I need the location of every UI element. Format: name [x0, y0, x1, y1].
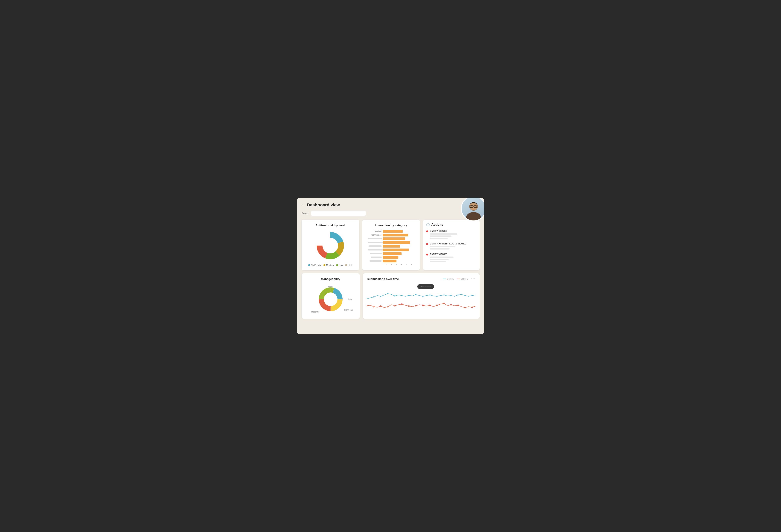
bar-row — [368, 256, 414, 259]
page-title: Dashboard view — [307, 203, 340, 208]
svg-point-40 — [394, 305, 395, 306]
activity-line — [430, 246, 455, 248]
bar-chart: MeetingConference012345 — [366, 230, 416, 266]
submissions-legend: Series 1 Series 2 — [443, 278, 468, 280]
antitrust-legend: No Priority Medium Low High — [305, 264, 355, 266]
bar-row: Meeting — [368, 230, 414, 233]
submissions-card: Submissions over time Series 1 Series 2 … — [363, 273, 480, 319]
activity-panel: 🕐 Activity ENTITY VIEWEDENTITY ACTIVITY … — [423, 220, 480, 270]
activity-line — [430, 237, 448, 239]
svg-point-24 — [394, 295, 395, 297]
more-options-button[interactable]: ••• — [471, 277, 476, 281]
svg-point-43 — [415, 305, 416, 306]
svg-point-50 — [464, 307, 465, 308]
legend-high: High — [345, 264, 352, 266]
svg-point-25 — [401, 295, 402, 296]
select-row: Select: — [301, 211, 480, 216]
bar-row — [368, 249, 414, 251]
svg-point-10 — [323, 238, 338, 253]
activity-content: ENTITY VIEWED — [430, 230, 477, 239]
svg-point-21 — [373, 296, 374, 298]
svg-point-37 — [373, 306, 374, 307]
activity-event-label: ENTITY ACTIVITY LOG IS VIEWED — [430, 242, 477, 245]
activity-item: ENTITY VIEWED — [426, 230, 477, 239]
select-label: Select: — [301, 212, 310, 215]
svg-point-22 — [380, 296, 381, 297]
svg-point-28 — [422, 296, 423, 297]
svg-point-15 — [324, 293, 337, 306]
antitrust-title: Antitrust risk by level — [305, 224, 355, 227]
svg-point-51 — [471, 307, 472, 308]
activity-event-label: ENTITY VIEWED — [430, 253, 477, 255]
chart-tooltip: ● ———— — [417, 284, 434, 289]
avatar — [461, 198, 484, 221]
bar-row — [368, 241, 414, 244]
svg-point-1 — [466, 212, 481, 220]
avatar-image — [462, 198, 484, 220]
line-chart-area: ● ———— — [367, 282, 476, 314]
activity-dot — [426, 243, 428, 245]
svg-point-32 — [451, 295, 452, 296]
svg-point-31 — [444, 295, 445, 296]
manageability-title: Manageability — [305, 277, 356, 280]
svg-point-42 — [408, 306, 409, 307]
svg-point-49 — [458, 305, 458, 306]
activity-dot — [426, 230, 428, 232]
bar-row — [368, 260, 414, 262]
submissions-header: Submissions over time Series 1 Series 2 … — [367, 277, 476, 281]
activity-line — [430, 259, 449, 260]
svg-point-35 — [471, 295, 472, 296]
interaction-title: Interaction by category — [366, 224, 416, 227]
svg-point-36 — [367, 305, 367, 306]
manageability-chart: Minor Low Moderate Significant — [305, 284, 356, 315]
activity-clock-icon: 🕐 — [426, 223, 430, 226]
legend-no-priority: No Priority — [308, 264, 321, 266]
activity-title: Activity — [431, 223, 443, 227]
submissions-title: Submissions over time — [367, 277, 399, 280]
tooltip-content: ● ———— — [417, 284, 434, 289]
bottom-grid: Manageability Minor Low Moderate Signifi… — [301, 273, 480, 319]
manageability-card: Manageability Minor Low Moderate Signifi… — [301, 273, 360, 319]
header-left: ← Dashboard view — [301, 203, 340, 208]
svg-point-29 — [429, 295, 430, 296]
svg-point-41 — [401, 304, 402, 305]
select-input[interactable] — [311, 211, 366, 216]
label-low: Low — [348, 298, 352, 300]
svg-point-48 — [451, 304, 452, 305]
activity-line — [430, 261, 446, 262]
label-minor: Minor — [328, 285, 333, 288]
svg-point-33 — [458, 295, 458, 296]
legend-medium: Medium — [323, 264, 334, 266]
svg-point-45 — [429, 305, 430, 306]
manageability-donut-svg — [317, 285, 344, 313]
activity-line — [430, 235, 452, 237]
svg-point-34 — [464, 295, 465, 296]
svg-point-30 — [437, 296, 438, 297]
svg-point-39 — [387, 306, 388, 307]
label-moderate: Moderate — [311, 311, 320, 313]
activity-line — [430, 233, 457, 235]
activity-event-label: ENTITY VIEWED — [430, 230, 477, 232]
antitrust-donut — [305, 230, 355, 261]
activity-content: ENTITY ACTIVITY LOG IS VIEWED — [430, 242, 477, 250]
series2-legend: Series 2 — [457, 278, 468, 280]
activity-header: 🕐 Activity — [426, 223, 477, 227]
activity-item: ENTITY VIEWED — [426, 253, 477, 262]
header: ← Dashboard view 💬 🕐 — [301, 203, 480, 208]
activity-line — [430, 257, 453, 258]
bar-row — [368, 237, 414, 240]
interaction-card: Interaction by category MeetingConferenc… — [362, 220, 420, 270]
antitrust-card: Antitrust risk by level — [301, 220, 359, 270]
activity-items: ENTITY VIEWEDENTITY ACTIVITY LOG IS VIEW… — [426, 230, 477, 262]
legend-low: Low — [336, 264, 343, 266]
svg-point-38 — [380, 306, 381, 307]
activity-item: ENTITY ACTIVITY LOG IS VIEWED — [426, 242, 477, 250]
activity-dot — [426, 254, 428, 256]
series1-legend: Series 1 — [443, 278, 454, 280]
main-grid: Antitrust risk by level — [301, 220, 480, 270]
svg-point-44 — [422, 305, 423, 306]
back-button[interactable]: ← — [301, 203, 305, 207]
activity-line — [430, 248, 450, 250]
svg-point-23 — [387, 293, 388, 294]
app-container: ← Dashboard view 💬 🕐 Select: Antitrust r… — [297, 198, 484, 335]
